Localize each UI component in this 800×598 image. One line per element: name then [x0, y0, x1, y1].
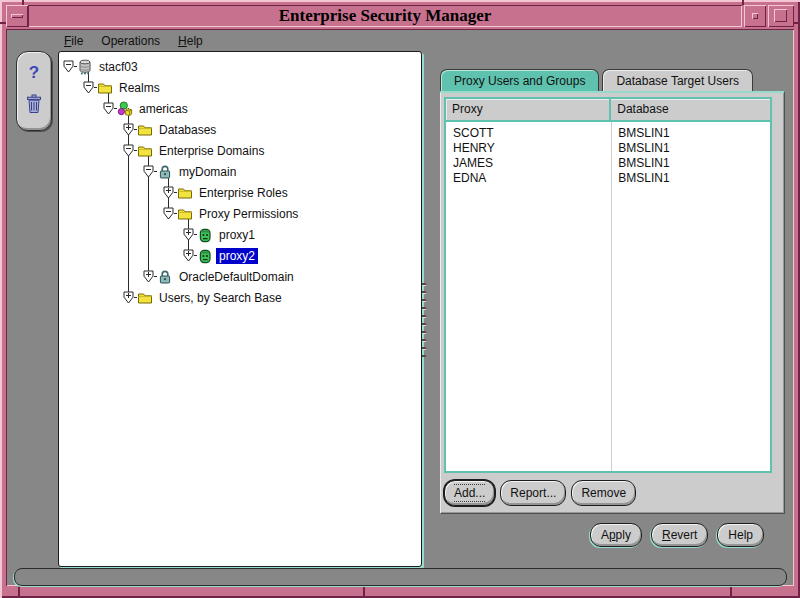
action-button-label: Revert [662, 528, 697, 542]
menu-item-label: File [64, 34, 83, 48]
tree-expander-icon[interactable] [183, 249, 194, 262]
panel-button[interactable]: Remove [571, 480, 636, 506]
menu-item-label: Operations [101, 34, 160, 48]
tree-expander-icon[interactable] [123, 291, 134, 304]
navigator-tree-panel: stacf03 Realms [58, 51, 422, 567]
tree-item[interactable]: proxy1 [59, 224, 421, 245]
tree-expander-icon[interactable] [163, 186, 174, 199]
tree-node-icon [197, 248, 213, 264]
tree-node-label[interactable]: Enterprise Domains [156, 143, 267, 159]
tree-expander-icon[interactable] [183, 228, 194, 241]
minimize-icon [752, 13, 758, 19]
table-body: SCOTT BMSLIN1 HENRY BMSLIN1 JAMES BMSLIN… [446, 122, 770, 471]
tree-expander-icon[interactable] [103, 102, 114, 115]
action-button[interactable]: Revert [651, 523, 708, 547]
menu-item[interactable]: Operations [99, 32, 162, 50]
tree-node-icon [177, 206, 193, 222]
cell-database: BMSLIN1 [611, 156, 770, 171]
minimize-button[interactable] [744, 5, 766, 27]
cell-proxy: JAMES [446, 156, 611, 171]
tree-item[interactable]: Enterprise Roles [59, 182, 421, 203]
frame-seam [794, 22, 800, 24]
tree-item[interactable]: Realms [59, 77, 421, 98]
splitter-handle[interactable] [422, 283, 426, 357]
maximize-button[interactable] [768, 5, 794, 27]
column-header-database[interactable]: Database [611, 99, 770, 120]
cell-database: BMSLIN1 [611, 126, 770, 141]
tree-node-label[interactable]: Realms [116, 80, 163, 96]
tree-item[interactable]: proxy2 [59, 245, 421, 266]
tree-item[interactable]: Users, by Search Base [59, 287, 421, 308]
menu-item-label: Help [178, 34, 203, 48]
panel-button[interactable]: Add... [444, 480, 495, 506]
panel-button-label: Report... [510, 486, 556, 500]
table-row[interactable]: JAMES BMSLIN1 [446, 156, 770, 171]
action-button-label: Apply [601, 528, 631, 542]
table-row[interactable]: EDNA BMSLIN1 [446, 171, 770, 186]
tree-item[interactable]: americas [59, 98, 421, 119]
tree-node-icon [77, 59, 93, 75]
tree-expander-icon[interactable] [123, 123, 134, 136]
tree-node-icon [117, 101, 133, 117]
action-button[interactable]: Apply [590, 523, 642, 547]
action-button[interactable]: Help [717, 523, 764, 547]
cell-database: BMSLIN1 [611, 171, 770, 186]
tree-node-label[interactable]: Proxy Permissions [196, 206, 301, 222]
tree-item[interactable]: OracleDefaultDomain [59, 266, 421, 287]
tree-node-icon [137, 290, 153, 306]
tab-label: Proxy Users and Groups [454, 74, 585, 88]
cell-proxy: EDNA [446, 171, 611, 186]
tree-node-icon [177, 185, 193, 201]
tree-node-icon [157, 164, 173, 180]
panel-button[interactable]: Report... [500, 480, 566, 506]
tree-node-icon [137, 122, 153, 138]
window-title: Enterprise Security Manager [279, 6, 491, 25]
window-menu-button[interactable] [6, 5, 28, 27]
tree-expander-icon[interactable] [143, 165, 154, 178]
table-row[interactable]: HENRY BMSLIN1 [446, 141, 770, 156]
status-bar [14, 568, 787, 586]
tree-node-label[interactable]: proxy1 [216, 227, 258, 243]
tree-node-label[interactable]: proxy2 [216, 248, 258, 264]
table-row[interactable]: SCOTT BMSLIN1 [446, 126, 770, 141]
frame-seam [363, 586, 365, 598]
tree-node-label[interactable]: Databases [156, 122, 219, 138]
window-menu-icon [11, 14, 23, 18]
column-header-proxy[interactable]: Proxy [446, 99, 611, 120]
tree-expander-icon[interactable] [123, 144, 134, 157]
tree-node-label[interactable]: myDomain [176, 164, 239, 180]
help-button[interactable]: ? [29, 65, 39, 81]
tree-node-label[interactable]: stacf03 [96, 59, 141, 75]
tab[interactable]: Proxy Users and Groups [440, 69, 599, 92]
trash-icon [25, 94, 43, 114]
panel-button-label: Remove [581, 486, 626, 500]
tree-node-label[interactable]: OracleDefaultDomain [176, 269, 297, 285]
delete-button[interactable] [25, 94, 43, 117]
tree-item[interactable]: Enterprise Domains [59, 140, 421, 161]
window-content: File Operations Help ? [6, 29, 794, 586]
tree-node-label[interactable]: americas [136, 101, 191, 117]
tree-expander-icon[interactable] [143, 270, 154, 283]
window-titlebar[interactable]: Enterprise Security Manager [28, 5, 742, 27]
panel-button-label: Add... [454, 484, 485, 502]
help-icon: ? [29, 63, 39, 82]
tab[interactable]: Database Target Users [602, 69, 753, 92]
tree-item[interactable]: myDomain [59, 161, 421, 182]
tree-node-icon [97, 80, 113, 96]
proxy-table: Proxy Database SCOTT BMSLIN1 HENRY BMSLI… [444, 97, 772, 473]
tree-item[interactable]: stacf03 [59, 56, 421, 77]
tree-node-label[interactable]: Enterprise Roles [196, 185, 291, 201]
tree-item[interactable]: Proxy Permissions [59, 203, 421, 224]
cell-proxy: HENRY [446, 141, 611, 156]
tree-node-icon [157, 269, 173, 285]
tree-node-label[interactable]: Users, by Search Base [156, 290, 285, 306]
frame-seam [730, 586, 732, 598]
tree-expander-icon[interactable] [163, 207, 174, 220]
cell-proxy: SCOTT [446, 126, 611, 141]
tree-expander-icon[interactable] [83, 81, 94, 94]
menu-item[interactable]: File [62, 32, 85, 50]
tree-expander-icon[interactable] [63, 60, 74, 73]
tab-bar: Proxy Users and Groups Database Target U… [440, 69, 756, 92]
tree-item[interactable]: Databases [59, 119, 421, 140]
menu-item[interactable]: Help [176, 32, 205, 50]
